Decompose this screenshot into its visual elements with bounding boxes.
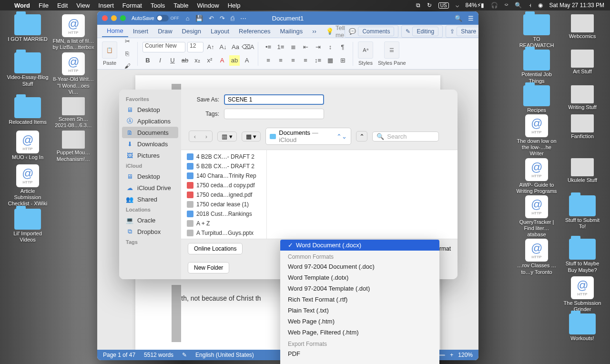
desktop-icon[interactable]: Potential Job Things bbox=[516, 50, 558, 84]
sidebar-item-documents[interactable]: 🗎Documents bbox=[122, 127, 178, 138]
format-item-htm[interactable]: Web Page (.htm) bbox=[280, 316, 439, 327]
file-item[interactable]: 4 B2B CX…- DRAFT 2 bbox=[181, 152, 266, 162]
print-icon[interactable]: ⎙ bbox=[231, 15, 234, 22]
sidebar-item-icloud-drive[interactable]: ☁iCloud Drive bbox=[119, 182, 181, 193]
format-item-dot[interactable]: Word 97-2004 Template (.dot) bbox=[280, 283, 439, 294]
tags-input[interactable] bbox=[224, 109, 324, 119]
multilevel-icon[interactable]: ≣ bbox=[288, 42, 298, 52]
styles-button[interactable]: Aᵃ bbox=[358, 41, 373, 59]
search-doc-icon[interactable]: 🔍 bbox=[455, 15, 462, 22]
comments-button[interactable]: 💬 Comments bbox=[345, 25, 398, 38]
borders-icon[interactable]: ⊞ bbox=[337, 55, 348, 66]
desktop-icon[interactable]: Ukulele Stuff bbox=[561, 158, 603, 194]
page-status[interactable]: Page 1 of 47 bbox=[103, 352, 135, 358]
highlight-icon[interactable]: ab bbox=[229, 55, 240, 66]
bold-icon[interactable]: B bbox=[142, 55, 153, 66]
paste-button[interactable]: 📋 bbox=[102, 41, 117, 59]
share-button[interactable]: ⇪ Share bbox=[446, 25, 478, 38]
file-item[interactable]: 1750 ceda…d copy.pdf bbox=[181, 181, 266, 190]
file-item[interactable]: 2018 Cust…Rankings bbox=[181, 209, 266, 219]
indent-dec-icon[interactable]: ⇤ bbox=[300, 42, 311, 52]
format-item-txt[interactable]: Plain Text (.txt) bbox=[280, 305, 439, 316]
desktop-icon[interactable]: @HTTPAWP- Guide to Writing Programs bbox=[516, 158, 558, 194]
cut-icon[interactable]: ✂ bbox=[122, 36, 132, 47]
underline-icon[interactable]: U bbox=[167, 55, 178, 66]
format-item-docx[interactable]: ✓ Word Document (.docx) bbox=[280, 240, 439, 251]
desktop-icon[interactable]: @HTTPMUO ‹ Log In bbox=[7, 131, 49, 162]
tab-home[interactable]: Home bbox=[102, 25, 128, 37]
nav-back-forward[interactable]: ‹› bbox=[189, 131, 213, 142]
tab-references[interactable]: References bbox=[234, 26, 275, 37]
save-as-input[interactable] bbox=[224, 94, 324, 105]
view-mode-grid[interactable]: ▦ ▾ bbox=[242, 131, 261, 142]
path-control[interactable]: Documents — iCloud⌃⌄ bbox=[265, 128, 351, 145]
indent-inc-icon[interactable]: ⇥ bbox=[313, 42, 323, 52]
desktop-icon[interactable]: Stuff to Submit To! bbox=[561, 195, 603, 238]
file-item[interactable]: A Turpitud…Guys.pptx bbox=[181, 228, 266, 238]
shrink-font-icon[interactable]: A↓ bbox=[218, 42, 228, 52]
file-item[interactable]: A + Z bbox=[181, 219, 266, 228]
collapse-toggle[interactable]: ⌃ bbox=[356, 131, 367, 142]
desktop-icon[interactable]: @HTTPThe Submission Grinder bbox=[561, 276, 603, 313]
desktop-icon[interactable]: @HTTP…rov Classes …to…y Toronto bbox=[516, 239, 558, 275]
wifi-icon[interactable]: ⌔ bbox=[505, 2, 508, 9]
menu-view[interactable]: View bbox=[76, 2, 90, 9]
copy-icon[interactable]: ⎘ bbox=[122, 49, 132, 59]
window-controls[interactable] bbox=[102, 15, 126, 21]
tab-more[interactable]: ›› bbox=[307, 26, 321, 37]
format-item-pdf[interactable]: PDF bbox=[280, 348, 439, 359]
justify-icon[interactable]: ≡ bbox=[300, 55, 311, 66]
bullets-icon[interactable]: •≡ bbox=[263, 42, 274, 52]
siri-icon[interactable]: ◉ bbox=[538, 2, 543, 9]
change-case-icon[interactable]: Aa bbox=[230, 42, 241, 52]
sidebar-item-downloads[interactable]: ⬇Downloads bbox=[119, 138, 181, 150]
desktop-icon[interactable]: Stuff to Maybe Buy Maybe? bbox=[561, 239, 603, 275]
desktop-icon[interactable]: @HTTP8-Year-Old Writ… "I Wond…oes Vi… bbox=[52, 52, 94, 95]
online-locations-button[interactable]: Online Locations bbox=[188, 243, 243, 254]
file-item[interactable]: 1750 ceda…igned.pdf bbox=[181, 190, 266, 200]
sidebar-item-desktop[interactable]: 🖥Desktop bbox=[119, 104, 181, 115]
file-item[interactable]: 140 Chara…Trinity Rep bbox=[181, 171, 266, 181]
desktop-icon[interactable]: TO READ/WATCH bbox=[516, 14, 558, 49]
desktop-icon[interactable]: @HTTPArticle Submission Checklist - XWik… bbox=[7, 164, 49, 207]
desktop-icon[interactable]: Fanfiction bbox=[561, 114, 603, 157]
font-name-select[interactable]: Courier New bbox=[142, 42, 185, 52]
styles-pane-button[interactable]: ☰ bbox=[384, 41, 399, 59]
redo-icon[interactable]: ↷ bbox=[220, 15, 225, 22]
align-right-icon[interactable]: ≡ bbox=[288, 55, 298, 66]
format-item-rtf[interactable]: Rich Text Format (.rtf) bbox=[280, 294, 439, 305]
tab-mailings[interactable]: Mailings bbox=[275, 26, 308, 37]
align-center-icon[interactable]: ≡ bbox=[275, 55, 286, 66]
sort-icon[interactable]: ↕ bbox=[325, 42, 336, 52]
menu-help[interactable]: Help bbox=[228, 2, 241, 9]
format-item-doc[interactable]: Word 97-2004 Document (.doc) bbox=[280, 261, 439, 272]
bluetooth-icon[interactable]: ⌵ bbox=[456, 2, 459, 9]
clock[interactable]: Sat May 27 11:33 PM bbox=[549, 2, 604, 9]
spotlight-icon[interactable]: 🔍 bbox=[515, 2, 522, 9]
save-icon[interactable]: 💾 bbox=[195, 15, 203, 22]
file-item[interactable]: 5 B2B CX…- DRAFT 2 bbox=[181, 162, 266, 171]
language-status[interactable]: English (United States) bbox=[195, 352, 254, 358]
desktop-icon[interactable]: Recipes bbox=[516, 85, 558, 113]
app-menu[interactable]: Word bbox=[14, 2, 30, 9]
file-column[interactable]: 4 B2B CX…- DRAFT 25 B2B CX…- DRAFT 2140 … bbox=[181, 150, 267, 239]
shading-icon[interactable]: ▦ bbox=[325, 55, 336, 66]
timemachine-icon[interactable]: ↻ bbox=[427, 2, 432, 9]
desktop-icon[interactable]: Writing Stuff bbox=[561, 85, 603, 113]
desktop-icon[interactable]: I GOT MARRIED bbox=[7, 14, 49, 51]
sidebar-item-pictures[interactable]: 🖼Pictures bbox=[119, 150, 181, 161]
desktop-icon[interactable]: Art Stuff bbox=[561, 50, 603, 84]
menu-window[interactable]: Window bbox=[197, 2, 219, 9]
zoom-in-icon[interactable]: + bbox=[450, 352, 453, 358]
input-source[interactable]: US bbox=[438, 2, 449, 9]
menu-tools[interactable]: Tools bbox=[151, 2, 165, 9]
editing-button[interactable]: ✎ Editing bbox=[401, 25, 443, 38]
text-effects-icon[interactable]: A bbox=[242, 55, 252, 66]
desktop-icon[interactable]: @HTTPQueryTracker | Find liter…atabase bbox=[516, 195, 558, 238]
italic-icon[interactable]: I bbox=[155, 55, 165, 66]
grow-font-icon[interactable]: A↑ bbox=[205, 42, 216, 52]
desktop-icon[interactable]: Video-Essay-Blog Stuff bbox=[7, 52, 49, 95]
desktop-icon[interactable]: @HTTPThe down low on the low-…he Writer bbox=[516, 114, 558, 157]
search-field[interactable]: 🔍 Search bbox=[372, 131, 439, 142]
superscript-icon[interactable]: x² bbox=[204, 55, 215, 66]
